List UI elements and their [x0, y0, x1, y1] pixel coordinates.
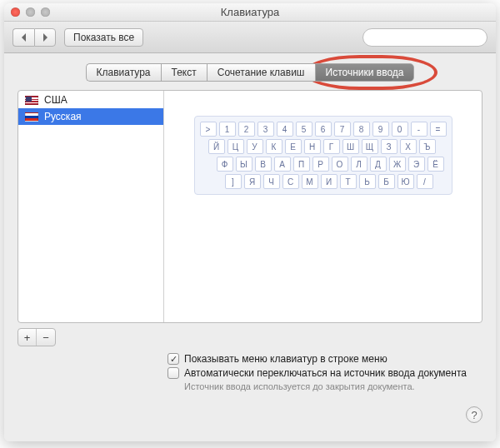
- key: 0: [392, 122, 408, 137]
- nav-segment: [12, 28, 56, 47]
- ru-flag-icon: [25, 112, 38, 122]
- titlebar: Клавиатура: [4, 3, 496, 22]
- sources-panel: СШАРусская >1234567890-=ЙЦУКЕНГШЩЗХЪФЫВА…: [18, 90, 482, 323]
- keyboard-preview: >1234567890-=ЙЦУКЕНГШЩЗХЪФЫВАПРОЛДЖЭЁ]ЯЧ…: [164, 91, 482, 322]
- key: Л: [351, 157, 368, 172]
- key: 9: [372, 122, 389, 137]
- add-button[interactable]: +: [18, 329, 37, 346]
- key: Щ: [362, 139, 378, 154]
- tab-bar: КлавиатураТекстСочетание клавишИсточники…: [18, 63, 482, 82]
- keyboard-layout: >1234567890-=ЙЦУКЕНГШЩЗХЪФЫВАПРОЛДЖЭЁ]ЯЧ…: [194, 116, 452, 195]
- help-button[interactable]: ?: [466, 406, 482, 423]
- source-list[interactable]: СШАРусская: [18, 91, 164, 322]
- key: >: [200, 122, 217, 137]
- tab-2[interactable]: Сочетание клавиш: [207, 63, 315, 82]
- key: Ъ: [419, 139, 436, 154]
- key: Ь: [359, 174, 376, 189]
- key: 1: [219, 122, 236, 137]
- show-menu-checkbox[interactable]: [168, 353, 179, 365]
- tab-3[interactable]: Источники ввода: [315, 63, 415, 82]
- key: -: [411, 122, 428, 137]
- key: Н: [304, 139, 321, 154]
- source-row[interactable]: США: [18, 92, 163, 108]
- back-button[interactable]: [12, 28, 34, 47]
- key: О: [332, 157, 348, 172]
- key: Р: [312, 157, 329, 172]
- tab-0[interactable]: Клавиатура: [86, 63, 161, 82]
- key: Й: [208, 139, 225, 154]
- key: 6: [315, 122, 332, 137]
- keyboard-row: ]ЯЧСМИТЬБЮ/: [200, 174, 447, 189]
- tab-1[interactable]: Текст: [161, 63, 207, 82]
- auto-switch-label: Автоматически переключаться на источник …: [184, 367, 467, 379]
- keyboard-row: >1234567890-=: [200, 122, 447, 137]
- keyboard-row: ЙЦУКЕНГШЩЗХЪ: [200, 139, 447, 154]
- key: И: [321, 174, 338, 189]
- key: С: [282, 174, 299, 189]
- key: З: [381, 139, 398, 154]
- key: ]: [225, 174, 242, 189]
- key: П: [293, 157, 310, 172]
- key: Х: [400, 139, 417, 154]
- key: =: [430, 122, 447, 137]
- auto-switch-checkbox[interactable]: [168, 367, 179, 379]
- keyboard-row: ФЫВАПРОЛДЖЭЁ: [200, 157, 447, 172]
- search-field[interactable]: [362, 28, 488, 47]
- key: Д: [370, 157, 387, 172]
- key: А: [274, 157, 291, 172]
- key: 2: [238, 122, 255, 137]
- key: Ф: [217, 157, 233, 172]
- key: /: [417, 174, 433, 189]
- key: Ё: [428, 157, 444, 172]
- key: 8: [353, 122, 370, 137]
- source-label: США: [44, 94, 68, 106]
- hint-text: Источник ввода используется до закрытия …: [168, 381, 482, 391]
- key: Ю: [398, 174, 414, 189]
- key: Ж: [389, 157, 406, 172]
- key: Т: [340, 174, 357, 189]
- window-title: Клавиатура: [4, 6, 496, 18]
- key: У: [247, 139, 263, 154]
- source-label: Русская: [44, 111, 82, 122]
- key: 5: [296, 122, 312, 137]
- key: К: [266, 139, 282, 154]
- forward-button[interactable]: [34, 28, 56, 47]
- content-area: КлавиатураТекстСочетание клавишИсточники…: [4, 53, 496, 441]
- chevron-right-icon: [41, 33, 49, 42]
- key: Я: [244, 174, 261, 189]
- key: Ч: [263, 174, 280, 189]
- toolbar: Показать все: [4, 22, 496, 53]
- key: Е: [285, 139, 302, 154]
- key: 3: [258, 122, 274, 137]
- key: М: [302, 174, 318, 189]
- preferences-window: Клавиатура Показать все КлавиатураТекстС…: [4, 3, 496, 441]
- chevron-left-icon: [20, 33, 28, 42]
- key: Г: [323, 139, 340, 154]
- source-row[interactable]: Русская: [18, 108, 163, 125]
- search-input[interactable]: [372, 31, 496, 44]
- key: Э: [408, 157, 425, 172]
- add-remove-segment: + −: [18, 328, 56, 346]
- show-menu-label: Показывать меню клавиатур в строке меню: [184, 353, 388, 365]
- remove-button[interactable]: −: [37, 329, 55, 346]
- key: Б: [378, 174, 395, 189]
- options: Показывать меню клавиатур в строке меню …: [18, 353, 482, 391]
- show-all-button[interactable]: Показать все: [64, 28, 143, 47]
- key: В: [255, 157, 272, 172]
- key: 7: [334, 122, 351, 137]
- key: Ы: [236, 157, 252, 172]
- key: 4: [277, 122, 293, 137]
- us-flag-icon: [25, 96, 38, 105]
- key: Ц: [228, 139, 244, 154]
- key: Ш: [342, 139, 359, 154]
